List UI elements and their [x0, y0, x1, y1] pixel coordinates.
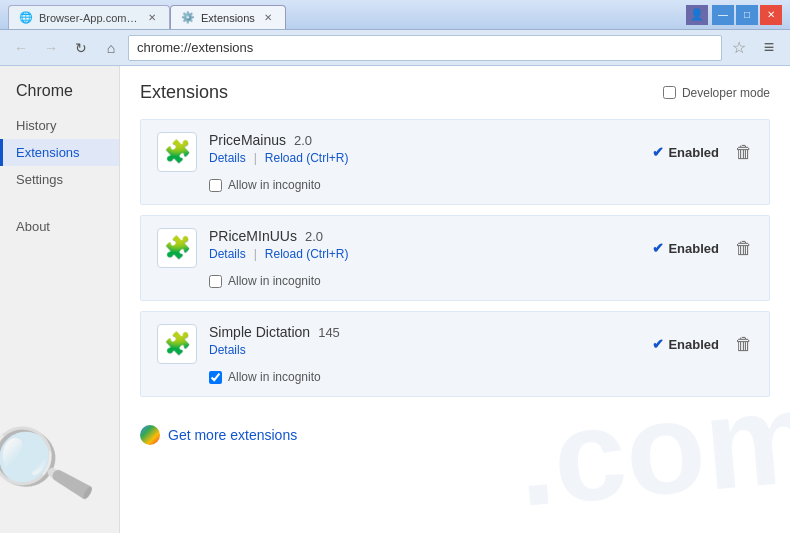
- sidebar-watermark: 🔍: [0, 408, 100, 525]
- ext1-details-link[interactable]: Details: [209, 151, 246, 165]
- ext2-top-row: 🧩 PRiceMInUUs 2.0 Details | Reload (Ctrl…: [157, 228, 753, 268]
- ext1-right: ✔ Enabled 🗑: [652, 142, 753, 163]
- ext3-delete-button[interactable]: 🗑: [735, 334, 753, 355]
- get-more-extensions[interactable]: Get more extensions: [140, 417, 770, 453]
- ext2-enabled-label: ✔ Enabled: [652, 240, 719, 256]
- bookmark-icon[interactable]: ☆: [726, 35, 752, 61]
- ext1-reload-link[interactable]: Reload (Ctrl+R): [265, 151, 349, 165]
- get-more-link[interactable]: Get more extensions: [168, 427, 297, 443]
- ext2-info: PRiceMInUUs 2.0 Details | Reload (Ctrl+R…: [209, 228, 349, 261]
- ext1-links: Details | Reload (Ctrl+R): [209, 151, 349, 165]
- ext1-left: 🧩 PriceMainus 2.0 Details | Reload (Ctrl…: [157, 132, 349, 172]
- ext2-version: 2.0: [305, 229, 323, 244]
- developer-mode-checkbox[interactable]: [663, 86, 676, 99]
- ext1-delete-button[interactable]: 🗑: [735, 142, 753, 163]
- ext3-enabled-text: Enabled: [668, 337, 719, 352]
- ext1-enabled-label: ✔ Enabled: [652, 144, 719, 160]
- page-title: Extensions: [140, 82, 228, 103]
- sidebar-item-about[interactable]: About: [0, 213, 119, 240]
- main-layout: Chrome History Extensions Settings About…: [0, 66, 790, 533]
- ext1-enabled-check-icon: ✔: [652, 144, 664, 160]
- sidebar-item-history[interactable]: History: [0, 112, 119, 139]
- tab2-label: Extensions: [201, 12, 255, 24]
- nav-bar: ← → ↻ ⌂ chrome://extensions ☆ ≡: [0, 30, 790, 66]
- ext3-name: Simple Dictation: [209, 324, 310, 340]
- ext3-details-link[interactable]: Details: [209, 343, 246, 357]
- tab-1[interactable]: 🌐 Browser-App.com - A free... ✕: [8, 5, 170, 29]
- title-bar: 🌐 Browser-App.com - A free... ✕ ⚙️ Exten…: [0, 0, 790, 30]
- tab2-favicon: ⚙️: [181, 11, 195, 25]
- minimize-button[interactable]: —: [712, 5, 734, 25]
- tab-2[interactable]: ⚙️ Extensions ✕: [170, 5, 286, 29]
- extension-item-pricemainus: 🧩 PriceMainus 2.0 Details | Reload (Ctrl…: [140, 119, 770, 205]
- user-icon[interactable]: 👤: [686, 5, 708, 25]
- developer-mode-label: Developer mode: [682, 86, 770, 100]
- ext1-name: PriceMainus: [209, 132, 286, 148]
- ext1-incognito-label: Allow in incognito: [228, 178, 321, 192]
- ext3-left: 🧩 Simple Dictation 145 Details: [157, 324, 340, 364]
- ext3-incognito-checkbox[interactable]: [209, 371, 222, 384]
- ext3-incognito-row: Allow in incognito: [157, 370, 753, 384]
- ext1-incognito-checkbox[interactable]: [209, 179, 222, 192]
- ext2-delete-button[interactable]: 🗑: [735, 238, 753, 259]
- tab1-close-icon[interactable]: ✕: [145, 11, 159, 25]
- ext2-enabled-text: Enabled: [668, 241, 719, 256]
- window-controls: — □ ✕: [712, 5, 782, 25]
- ext2-links: Details | Reload (Ctrl+R): [209, 247, 349, 261]
- ext3-enabled-label: ✔ Enabled: [652, 336, 719, 352]
- content-area: Extensions Developer mode 🧩 PriceMainus …: [120, 66, 790, 533]
- extension-list: 🧩 PriceMainus 2.0 Details | Reload (Ctrl…: [140, 119, 770, 405]
- tab-strip: 🌐 Browser-App.com - A free... ✕ ⚙️ Exten…: [8, 0, 686, 29]
- tab1-label: Browser-App.com - A free...: [39, 12, 139, 24]
- ext2-details-link[interactable]: Details: [209, 247, 246, 261]
- sidebar: Chrome History Extensions Settings About…: [0, 66, 120, 533]
- content-header: Extensions Developer mode: [140, 82, 770, 103]
- ext1-icon: 🧩: [157, 132, 197, 172]
- ext3-name-row: Simple Dictation 145: [209, 324, 340, 340]
- ext2-incognito-label: Allow in incognito: [228, 274, 321, 288]
- sidebar-item-settings[interactable]: Settings: [0, 166, 119, 193]
- ext3-info: Simple Dictation 145 Details: [209, 324, 340, 357]
- ext1-top-row: 🧩 PriceMainus 2.0 Details | Reload (Ctrl…: [157, 132, 753, 172]
- close-button[interactable]: ✕: [760, 5, 782, 25]
- ext1-incognito-row: Allow in incognito: [157, 178, 753, 192]
- ext2-incognito-row: Allow in incognito: [157, 274, 753, 288]
- tab2-close-icon[interactable]: ✕: [261, 11, 275, 25]
- ext2-reload-link[interactable]: Reload (Ctrl+R): [265, 247, 349, 261]
- ext3-right: ✔ Enabled 🗑: [652, 334, 753, 355]
- ext2-incognito-checkbox[interactable]: [209, 275, 222, 288]
- refresh-button[interactable]: ↻: [68, 35, 94, 61]
- ext1-info: PriceMainus 2.0 Details | Reload (Ctrl+R…: [209, 132, 349, 165]
- menu-icon[interactable]: ≡: [756, 35, 782, 61]
- maximize-button[interactable]: □: [736, 5, 758, 25]
- ext3-links: Details: [209, 343, 340, 357]
- ext3-top-row: 🧩 Simple Dictation 145 Details: [157, 324, 753, 364]
- ext1-enabled-text: Enabled: [668, 145, 719, 160]
- ext3-enabled-check-icon: ✔: [652, 336, 664, 352]
- forward-button[interactable]: →: [38, 35, 64, 61]
- sidebar-title: Chrome: [0, 82, 119, 112]
- extension-item-simple-dictation: 🧩 Simple Dictation 145 Details: [140, 311, 770, 397]
- extension-item-priceminuus: 🧩 PRiceMInUUs 2.0 Details | Reload (Ctrl…: [140, 215, 770, 301]
- ext3-version: 145: [318, 325, 340, 340]
- tab1-favicon: 🌐: [19, 11, 33, 25]
- home-button[interactable]: ⌂: [98, 35, 124, 61]
- back-button[interactable]: ←: [8, 35, 34, 61]
- ext2-right: ✔ Enabled 🗑: [652, 238, 753, 259]
- ext2-name-row: PRiceMInUUs 2.0: [209, 228, 349, 244]
- ext1-name-row: PriceMainus 2.0: [209, 132, 349, 148]
- chrome-webstore-icon: [140, 425, 160, 445]
- ext3-incognito-label: Allow in incognito: [228, 370, 321, 384]
- ext2-name: PRiceMInUUs: [209, 228, 297, 244]
- ext2-enabled-check-icon: ✔: [652, 240, 664, 256]
- developer-mode-toggle[interactable]: Developer mode: [663, 86, 770, 100]
- ext2-left: 🧩 PRiceMInUUs 2.0 Details | Reload (Ctrl…: [157, 228, 349, 268]
- ext1-version: 2.0: [294, 133, 312, 148]
- sidebar-item-extensions[interactable]: Extensions: [0, 139, 119, 166]
- ext2-icon: 🧩: [157, 228, 197, 268]
- address-bar[interactable]: chrome://extensions: [128, 35, 722, 61]
- address-text: chrome://extensions: [137, 40, 713, 55]
- ext3-icon: 🧩: [157, 324, 197, 364]
